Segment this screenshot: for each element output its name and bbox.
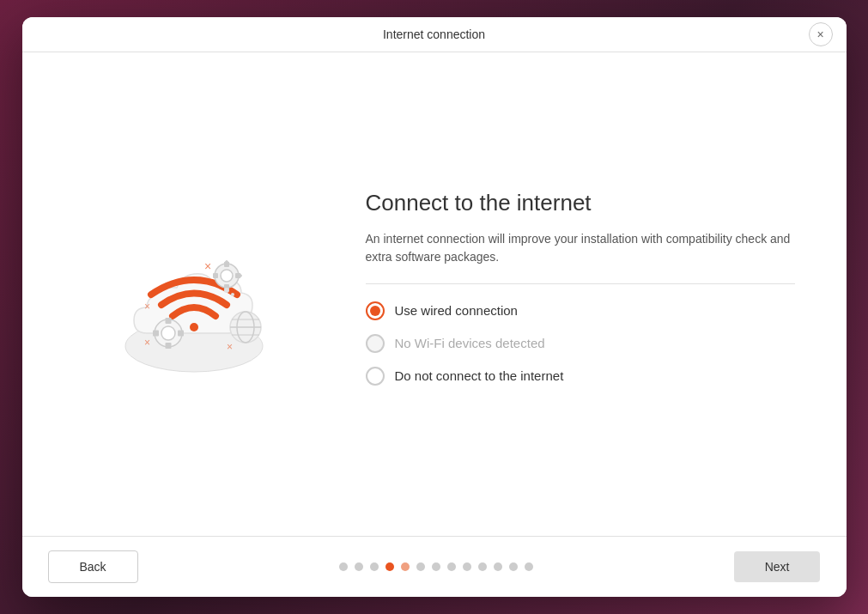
- illustration-area: × × × ×: [74, 200, 314, 389]
- wired-connection-option[interactable]: Use wired connection: [366, 301, 795, 320]
- dot-13: [525, 562, 533, 571]
- dot-3: [370, 562, 379, 571]
- title-bar: Internet connection ×: [22, 17, 847, 52]
- wifi-connection-option: No Wi-Fi devices detected: [366, 334, 795, 353]
- svg-rect-12: [165, 318, 171, 324]
- dot-1: [339, 562, 348, 571]
- dot-4: [385, 562, 394, 571]
- dot-6: [416, 562, 425, 571]
- dot-12: [509, 562, 518, 571]
- next-button[interactable]: Next: [734, 551, 821, 582]
- dot-9: [463, 562, 471, 571]
- dot-5: [401, 562, 410, 571]
- section-title: Connect to the internet: [366, 190, 795, 216]
- svg-point-3: [221, 270, 233, 282]
- footer: Back Next: [22, 536, 847, 597]
- svg-text:×: ×: [227, 341, 233, 353]
- no-internet-option[interactable]: Do not connect to the internet: [366, 367, 795, 386]
- wifi-connection-label: No Wi-Fi devices detected: [395, 336, 545, 350]
- dialog-title: Internet connection: [383, 27, 485, 41]
- no-internet-radio-button[interactable]: [366, 367, 385, 386]
- dot-10: [478, 562, 487, 571]
- svg-rect-14: [153, 330, 159, 336]
- internet-connection-dialog: Internet connection ×: [22, 17, 847, 597]
- dot-8: [447, 562, 456, 571]
- wifi-radio-button: [366, 334, 385, 353]
- svg-point-26: [231, 293, 234, 296]
- svg-text:×: ×: [144, 301, 150, 313]
- back-button[interactable]: Back: [48, 550, 138, 583]
- dot-2: [355, 562, 363, 571]
- dot-7: [432, 562, 440, 571]
- content-area: × × × × Connect to the internet An inter…: [22, 52, 847, 536]
- dot-11: [494, 562, 502, 571]
- svg-point-1: [190, 323, 198, 331]
- svg-text:×: ×: [204, 259, 211, 273]
- svg-point-25: [224, 288, 229, 293]
- wired-connection-label: Use wired connection: [395, 303, 518, 318]
- wifi-illustration: × × × ×: [100, 200, 288, 389]
- svg-rect-15: [178, 330, 184, 336]
- svg-point-11: [161, 326, 175, 340]
- divider: [366, 283, 795, 284]
- no-internet-label: Do not connect to the internet: [395, 368, 564, 383]
- right-panel: Connect to the internet An internet conn…: [366, 190, 795, 399]
- wired-radio-button[interactable]: [366, 301, 385, 320]
- close-button[interactable]: ×: [809, 22, 833, 46]
- svg-rect-6: [213, 273, 218, 278]
- svg-text:×: ×: [144, 337, 150, 349]
- svg-rect-13: [165, 343, 171, 349]
- progress-dots: [339, 562, 533, 571]
- section-description: An internet connection will improve your…: [366, 230, 795, 266]
